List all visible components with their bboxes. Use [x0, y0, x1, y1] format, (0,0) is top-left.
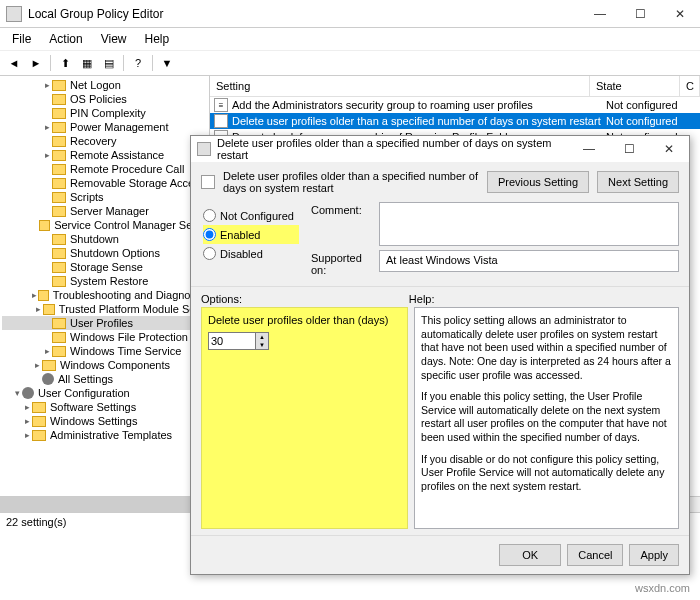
folder-icon	[52, 108, 66, 119]
folder-icon	[52, 150, 66, 161]
back-button[interactable]: ◄	[4, 53, 24, 73]
list-header[interactable]: Setting State C	[210, 76, 700, 97]
minimize-button[interactable]: —	[580, 0, 620, 28]
tree-item[interactable]: Service Control Manager Settin	[2, 218, 207, 232]
radio-enabled[interactable]: Enabled	[203, 225, 299, 244]
supported-value: At least Windows Vista	[379, 250, 679, 272]
folder-icon	[39, 220, 50, 231]
tree-item[interactable]: ▸Windows Components	[2, 358, 207, 372]
tree-item[interactable]: Scripts	[2, 190, 207, 204]
folder-icon	[52, 346, 66, 357]
folder-icon	[52, 164, 66, 175]
dialog-maximize-button[interactable]: ☐	[609, 135, 649, 163]
tree-item[interactable]: Removable Storage Access	[2, 176, 207, 190]
days-input[interactable]	[208, 332, 256, 350]
up-button[interactable]: ⬆	[55, 53, 75, 73]
supported-label: Supported on:	[311, 250, 371, 276]
help-label: Help:	[409, 293, 679, 305]
setting-icon: ≡	[214, 98, 228, 112]
tree-item[interactable]: ▸Power Management	[2, 120, 207, 134]
dialog-icon	[197, 142, 211, 156]
setting-title: Delete user profiles older than a specif…	[223, 170, 479, 194]
radio-not-configured[interactable]: Not Configured	[203, 206, 299, 225]
tree-item[interactable]: Windows File Protection	[2, 330, 207, 344]
help-p1: This policy setting allows an administra…	[421, 314, 672, 382]
menu-file[interactable]: File	[4, 30, 39, 48]
folder-icon	[52, 332, 66, 343]
watermark: wsxdn.com	[635, 582, 690, 594]
state-radio-group: Not Configured Enabled Disabled	[191, 202, 311, 286]
options-panel: Delete user profiles older than (days) ▲…	[201, 307, 408, 529]
apply-button[interactable]: Apply	[629, 544, 679, 566]
tree-item[interactable]: OS Policies	[2, 92, 207, 106]
menu-help[interactable]: Help	[137, 30, 178, 48]
spin-up-button[interactable]: ▲	[256, 333, 268, 341]
setting-icon	[201, 175, 215, 189]
cancel-button[interactable]: Cancel	[567, 544, 623, 566]
col-c[interactable]: C	[680, 76, 700, 96]
folder-icon	[38, 290, 49, 301]
folder-icon	[52, 248, 66, 259]
tree-item[interactable]: ▸Windows Settings	[2, 414, 207, 428]
folder-icon	[52, 206, 66, 217]
folder-icon	[52, 192, 66, 203]
tree-item[interactable]: ▸Troubleshooting and Diagnostic	[2, 288, 207, 302]
folder-icon	[52, 122, 66, 133]
menu-view[interactable]: View	[93, 30, 135, 48]
help-button[interactable]: ?	[128, 53, 148, 73]
tree-item[interactable]: ▸Administrative Templates	[2, 428, 207, 442]
setting-icon: ≡	[214, 114, 228, 128]
folder-icon	[52, 276, 66, 287]
filter-button[interactable]: ▼	[157, 53, 177, 73]
folder-icon	[52, 262, 66, 273]
window-title: Local Group Policy Editor	[28, 7, 580, 21]
tree-item[interactable]: ▸Windows Time Service	[2, 344, 207, 358]
tree-item[interactable]: Recovery	[2, 134, 207, 148]
tree-item[interactable]: Storage Sense	[2, 260, 207, 274]
tree-item[interactable]: Shutdown	[2, 232, 207, 246]
tree-item[interactable]: ▸Remote Assistance	[2, 148, 207, 162]
radio-disabled[interactable]: Disabled	[203, 244, 299, 263]
folder-icon	[43, 304, 55, 315]
previous-setting-button[interactable]: Previous Setting	[487, 171, 589, 193]
col-setting[interactable]: Setting	[210, 76, 590, 96]
tree-item[interactable]: PIN Complexity	[2, 106, 207, 120]
tree-item[interactable]: User Profiles	[2, 316, 207, 330]
folder-icon	[52, 178, 66, 189]
list-row[interactable]: ≡Delete user profiles older than a speci…	[210, 113, 700, 129]
col-state[interactable]: State	[590, 76, 680, 96]
forward-button[interactable]: ►	[26, 53, 46, 73]
tree-item[interactable]: System Restore	[2, 274, 207, 288]
folder-icon	[52, 136, 66, 147]
folder-icon	[52, 80, 66, 91]
tree-item[interactable]: Server Manager	[2, 204, 207, 218]
menu-action[interactable]: Action	[41, 30, 90, 48]
tree-item[interactable]: Remote Procedure Call	[2, 162, 207, 176]
menu-bar: File Action View Help	[0, 28, 700, 50]
help-panel[interactable]: This policy setting allows an administra…	[414, 307, 679, 529]
option-text: Delete user profiles older than (days)	[208, 314, 401, 326]
tree-item[interactable]: All Settings	[2, 372, 207, 386]
options-label: Options:	[201, 293, 409, 305]
maximize-button[interactable]: ☐	[620, 0, 660, 28]
dialog-minimize-button[interactable]: —	[569, 135, 609, 163]
tree-panel[interactable]: ▸Net LogonOS PoliciesPIN Complexity▸Powe…	[0, 76, 210, 496]
help-p2: If you enable this policy setting, the U…	[421, 390, 672, 445]
export-list-button[interactable]: ▤	[99, 53, 119, 73]
next-setting-button[interactable]: Next Setting	[597, 171, 679, 193]
tree-item[interactable]: ▾User Configuration	[2, 386, 207, 400]
ok-button[interactable]: OK	[499, 544, 561, 566]
tree-item[interactable]: ▸Trusted Platform Module Servi	[2, 302, 207, 316]
comment-textarea[interactable]	[379, 202, 679, 246]
toolbar: ◄ ► ⬆ ▦ ▤ ? ▼	[0, 50, 700, 76]
show-hide-tree-button[interactable]: ▦	[77, 53, 97, 73]
folder-icon	[52, 234, 66, 245]
tree-item[interactable]: ▸Software Settings	[2, 400, 207, 414]
list-row[interactable]: ≡Add the Administrators security group t…	[210, 97, 700, 113]
close-button[interactable]: ✕	[660, 0, 700, 28]
tree-item[interactable]: Shutdown Options	[2, 246, 207, 260]
tree-item[interactable]: ▸Net Logon	[2, 78, 207, 92]
comment-label: Comment:	[311, 202, 371, 246]
dialog-close-button[interactable]: ✕	[649, 135, 689, 163]
spin-down-button[interactable]: ▼	[256, 341, 268, 349]
